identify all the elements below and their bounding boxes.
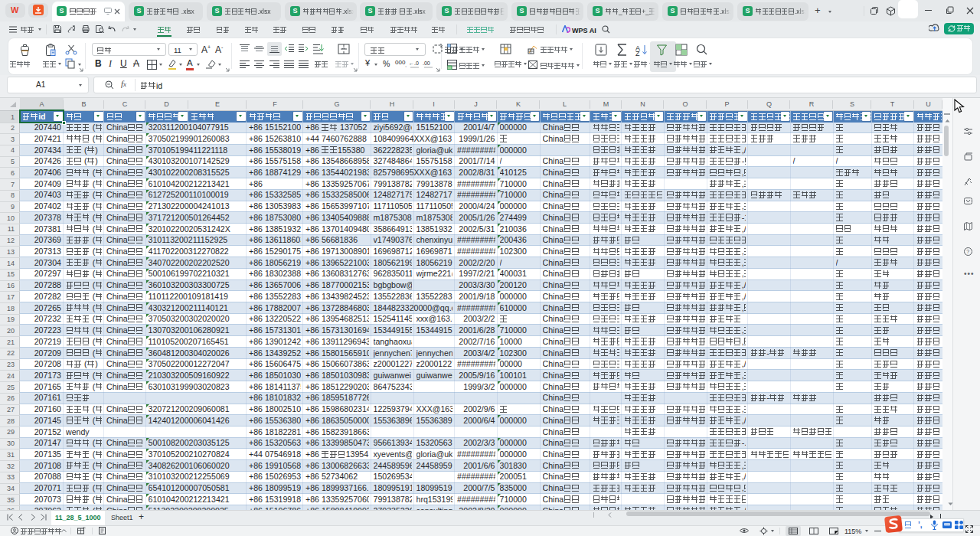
svg-text:.00: .00: [423, 60, 430, 66]
svg-text:Z: Z: [635, 50, 640, 56]
svg-text:?: ?: [966, 249, 969, 254]
svg-text:←.0: ←.0: [409, 60, 419, 66]
